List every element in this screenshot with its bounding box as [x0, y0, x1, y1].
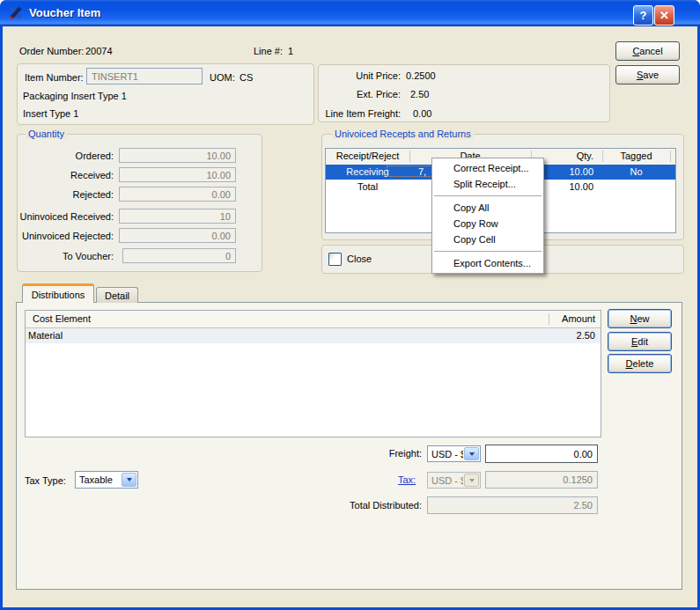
menu-separator: [434, 251, 542, 252]
tax-currency-select: USD - $: [427, 472, 481, 489]
ext-price-value: 2.50: [410, 89, 429, 99]
column-separator: [549, 313, 549, 325]
tax-link[interactable]: Tax:: [398, 474, 416, 485]
ordered-label: Ordered:: [7, 151, 114, 161]
freight-label: Freight:: [348, 448, 422, 459]
context-menu: Correct Receipt... Split Receipt... Copy…: [431, 158, 544, 274]
delete-button[interactable]: Delete: [608, 354, 672, 373]
rejected-label: Rejected:: [7, 189, 114, 200]
menu-item-copy-row[interactable]: Copy Row: [432, 216, 543, 232]
cancel-button[interactable]: Cancel: [615, 41, 680, 61]
help-icon[interactable]: ?: [633, 5, 653, 26]
chevron-down-icon[interactable]: [122, 473, 136, 487]
line-number-label: Line #:: [254, 46, 283, 56]
uninvoiced-received-label: Uninvoiced Received:: [7, 211, 114, 222]
chevron-down-icon[interactable]: [464, 447, 479, 460]
column-separator: [670, 151, 671, 162]
column-separator: [602, 151, 603, 162]
ordered-field: 10.00: [119, 148, 236, 163]
line-item-freight-value: 0.00: [413, 108, 431, 119]
total-distributed-field: 2.50: [427, 496, 598, 514]
line-number-value: 1: [288, 46, 293, 56]
tax-type-select[interactable]: Taxable: [75, 471, 138, 489]
unit-price-value: 0.2500: [406, 70, 436, 81]
col-tagged[interactable]: Tagged: [602, 151, 670, 161]
uninvoiced-rejected-label: Uninvoiced Rejected:: [7, 231, 114, 241]
order-number-label: Order Number:: [19, 46, 84, 56]
tax-type-label: Tax Type:: [25, 475, 66, 486]
window-title: Voucher Item: [29, 6, 100, 19]
col-receipt-reject[interactable]: Receipt/Reject: [326, 151, 409, 161]
ext-price-label: Ext. Price:: [321, 89, 401, 99]
menu-item-copy-all[interactable]: Copy All: [432, 200, 543, 216]
chevron-down-icon: [464, 474, 479, 487]
close-icon[interactable]: ✕: [654, 5, 674, 26]
menu-item-copy-cell[interactable]: Copy Cell: [432, 232, 543, 247]
freight-currency-select[interactable]: USD - $: [427, 445, 481, 462]
col-amount[interactable]: Amount: [562, 313, 595, 324]
rejected-field: 0.00: [119, 187, 236, 202]
freight-amount-input[interactable]: 0.00: [485, 445, 598, 463]
col-cost-element[interactable]: Cost Element: [33, 313, 91, 324]
unit-price-label: Unit Price:: [321, 70, 401, 81]
to-voucher-label: To Voucher:: [7, 251, 114, 261]
uom-value: CS: [239, 72, 253, 83]
quantity-group-title: Quantity: [26, 129, 67, 139]
cost-element-cell[interactable]: Material: [28, 328, 63, 343]
menu-item-export-contents[interactable]: Export Contents...: [432, 255, 543, 271]
to-voucher-field: 0: [122, 248, 236, 263]
receipt-tagged-cell[interactable]: No: [602, 165, 670, 180]
tab-distributions[interactable]: Distributions: [22, 283, 94, 303]
title-bar[interactable]: Voucher Item ? ✕: [0, 0, 700, 26]
line-item-freight-label: Line Item Freight:: [321, 108, 401, 119]
close-checkbox[interactable]: [328, 253, 342, 266]
app-icon: [8, 5, 24, 21]
receipt-type-cell[interactable]: Total: [326, 180, 409, 195]
ext-price-row: Ext. Price: 2.50: [321, 89, 603, 101]
column-separator: [409, 151, 410, 162]
received-label: Received:: [7, 170, 114, 180]
edit-button[interactable]: Edit: [608, 332, 672, 351]
order-number-value: 20074: [85, 46, 113, 56]
receipts-group-title: Univoiced Recepts and Returns: [332, 129, 474, 139]
uom-label: UOM:: [210, 72, 235, 83]
tax-amount-field: 0.1250: [485, 471, 598, 489]
line-item-freight-row: Line Item Freight: 0.00: [321, 108, 603, 121]
new-button[interactable]: New: [608, 309, 672, 328]
save-button[interactable]: Save: [615, 65, 680, 85]
distributions-table-header[interactable]: Cost Element Amount: [26, 311, 601, 328]
item-number-field: TINSERT1: [86, 68, 203, 85]
uninvoiced-rejected-field: 0.00: [119, 228, 236, 243]
total-distributed-label: Total Distributed:: [334, 500, 422, 511]
amount-cell[interactable]: 2.50: [577, 328, 595, 343]
distributions-table[interactable]: Cost Element Amount Material 2.50: [25, 310, 601, 437]
unit-price-row: Unit Price: 0.2500: [321, 70, 603, 83]
close-checkbox-label: Close: [347, 254, 372, 264]
uninvoiced-received-field: 10: [119, 209, 236, 224]
menu-item-split-receipt[interactable]: Split Receipt...: [432, 176, 543, 192]
menu-item-correct-receipt[interactable]: Correct Receipt...: [432, 160, 543, 176]
tab-detail[interactable]: Detail: [96, 287, 138, 303]
distribution-row-material[interactable]: Material 2.50: [26, 328, 601, 343]
item-description-line1: Packaging Insert Type 1: [23, 91, 127, 101]
menu-separator: [434, 195, 542, 196]
voucher-item-window: Voucher Item ? ✕ Order Number: 20074 Lin…: [0, 0, 700, 610]
received-field: 10.00: [119, 167, 236, 182]
item-description-line2: Insert Type 1: [23, 108, 78, 119]
item-number-label: Item Number:: [25, 72, 84, 83]
